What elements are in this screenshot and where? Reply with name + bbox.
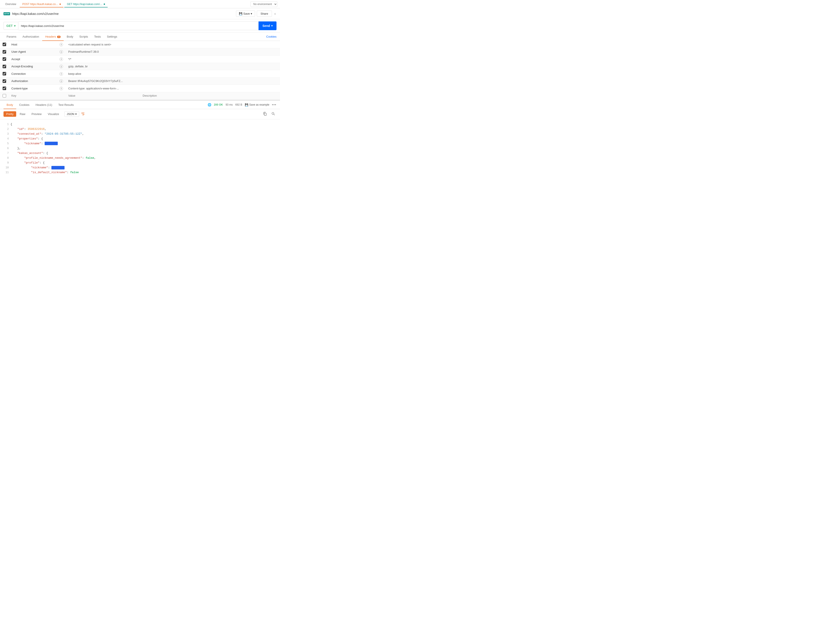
tab-scripts[interactable]: Scripts <box>76 33 91 41</box>
header-key-content-type: Content-type <box>9 85 57 92</box>
info-icon-accept[interactable]: ℹ <box>59 57 63 61</box>
cookies-link[interactable]: Cookies <box>266 35 276 38</box>
url-bar-section: HTTP https://kapi.kakao.com/v2/user/me 💾… <box>0 8 280 19</box>
header-row-accept: Accept ℹ */* <box>0 55 280 63</box>
tab-headers[interactable]: Headers 9 <box>42 33 64 41</box>
svg-rect-0 <box>264 113 266 116</box>
save-example-icon: 💾 <box>245 103 248 106</box>
url-input[interactable] <box>18 21 258 30</box>
copy-button[interactable] <box>261 111 268 118</box>
header-key-authorization: Authorization <box>9 77 57 85</box>
tab-settings[interactable]: Settings <box>104 33 120 41</box>
tab-body[interactable]: Body <box>64 33 76 41</box>
info-icon-authorization[interactable]: ℹ <box>59 79 63 83</box>
json-line-7: 7 "kakao_account": { <box>3 151 276 156</box>
res-tab-test-results[interactable]: Test Results <box>55 101 77 109</box>
method-select[interactable]: GET ▾ <box>3 22 18 30</box>
header-desc-authorization <box>140 77 280 85</box>
format-chevron-icon: ▾ <box>75 113 77 116</box>
header-checkbox-connection[interactable] <box>3 72 6 75</box>
json-line-5: 5 "nickname": <box>3 141 276 146</box>
json-line-8: 8 "profile_nickname_needs_agreement": fa… <box>3 156 276 160</box>
format-select[interactable]: JSON ▾ <box>64 111 79 117</box>
tab-overview[interactable]: Overview <box>3 1 19 7</box>
info-icon-useragent[interactable]: ℹ <box>59 50 63 54</box>
header-row-content-type: Content-type ℹ Content-type: application… <box>0 85 280 92</box>
environment-select[interactable]: No environment <box>250 1 277 7</box>
res-tab-cookies[interactable]: Cookies <box>16 101 33 109</box>
header-value-connection: keep-alive <box>65 70 140 78</box>
header-checkbox-accept[interactable] <box>3 57 6 61</box>
save-button[interactable]: 💾 Save ▾ <box>236 10 255 17</box>
redacted-value-1 <box>45 142 58 145</box>
request-tabs: Params Authorization Headers 9 Body Scri… <box>0 33 280 41</box>
save-example-button[interactable]: 💾 Save as example <box>245 103 269 106</box>
header-key-connection: Connection <box>9 70 57 78</box>
info-icon-accept-encoding[interactable]: ℹ <box>59 65 63 68</box>
globe-icon: 🌐 <box>208 103 211 106</box>
search-button[interactable] <box>270 111 276 118</box>
tab-get-kapi[interactable]: GET https://kapi.kakao.com/... <box>64 1 108 7</box>
tab-post-kauth[interactable]: POST https://kauth.kakao.co... <box>20 1 64 7</box>
url-display: https://kapi.kakao.com/v2/user/me <box>12 12 234 16</box>
view-tab-preview[interactable]: Preview <box>29 111 44 117</box>
header-key-host: Host <box>9 41 57 48</box>
tab-dot-orange <box>59 3 61 5</box>
info-icon-content-type[interactable]: ℹ <box>59 87 63 90</box>
header-desc-content-type <box>140 85 280 92</box>
tab-authorization[interactable]: Authorization <box>20 33 42 41</box>
response-time: 93 ms <box>226 103 233 106</box>
more-options-button[interactable]: ••• <box>272 103 276 106</box>
new-header-key-input[interactable] <box>11 94 54 97</box>
header-key-accept: Accept <box>9 55 57 63</box>
header-desc-accept <box>140 55 280 63</box>
search-icon <box>271 112 275 116</box>
info-icon-connection[interactable]: ℹ <box>59 72 63 76</box>
view-tab-pretty[interactable]: Pretty <box>3 111 16 117</box>
header-checkbox-useragent[interactable] <box>3 50 6 54</box>
header-value-authorization: Bearer tR4u4vp57GC9Kr2Q03VY7y5uFZ... <box>65 77 140 85</box>
header-checkbox-host[interactable] <box>3 42 6 46</box>
headers-scroll[interactable]: Host ℹ <calculated when request is sent>… <box>0 41 280 100</box>
header-row-accept-encoding: Accept-Encoding ℹ gzip, deflate, br <box>0 63 280 70</box>
view-tab-visualize[interactable]: Visualize <box>45 111 62 117</box>
tab-params[interactable]: Params <box>3 33 20 41</box>
response-size: 692 B <box>235 103 242 106</box>
header-checkbox-authorization[interactable] <box>3 79 6 83</box>
request-line: GET ▾ Send ▾ <box>0 19 280 33</box>
send-button[interactable]: Send ▾ <box>258 21 276 30</box>
header-value-content-type: Content-type: application/x-www-form-... <box>65 85 140 92</box>
json-line-1: 1 { <box>3 122 276 127</box>
header-key-useragent: User-Agent <box>9 48 57 55</box>
response-tabs-bar: Body Cookies Headers (11) Test Results 🌐… <box>0 101 280 109</box>
header-value-accept: */* <box>65 55 140 63</box>
save-chevron-icon: ▾ <box>251 12 252 15</box>
tab-tests[interactable]: Tests <box>91 33 104 41</box>
view-tab-raw[interactable]: Raw <box>17 111 28 117</box>
header-checkbox-new[interactable] <box>3 94 6 98</box>
header-desc-connection <box>140 70 280 78</box>
json-line-6: 6 }, <box>3 146 276 151</box>
svg-point-1 <box>272 113 274 114</box>
json-line-11: 11 "is_default_nickname": false <box>3 170 276 175</box>
header-row-useragent: User-Agent ℹ PostmanRuntime/7.39.0 <box>0 48 280 55</box>
header-value-accept-encoding: gzip, deflate, br <box>65 63 140 70</box>
header-desc-accept-encoding <box>140 63 280 70</box>
header-row-host: Host ℹ <calculated when request is sent> <box>0 41 280 48</box>
json-line-4: 4 "properties": { <box>3 136 276 141</box>
header-checkbox-accept-encoding[interactable] <box>3 65 6 68</box>
header-value-host: <calculated when request is sent> <box>65 41 140 48</box>
new-header-value-input[interactable] <box>68 94 137 97</box>
info-icon-host[interactable]: ℹ <box>59 43 63 46</box>
collapse-button[interactable]: ‹ <box>274 11 276 16</box>
wrap-icon <box>81 112 85 116</box>
header-checkbox-content-type[interactable] <box>3 86 6 90</box>
json-line-9: 9 "profile": { <box>3 160 276 165</box>
res-tab-body[interactable]: Body <box>3 101 16 109</box>
res-tab-headers[interactable]: Headers (11) <box>33 101 56 109</box>
top-tab-bar: Overview POST https://kauth.kakao.co... … <box>0 0 280 8</box>
share-button[interactable]: Share <box>257 10 272 17</box>
wrap-button[interactable] <box>81 112 85 116</box>
body-view-bar: Pretty Raw Preview Visualize JSON ▾ <box>0 109 280 119</box>
new-header-desc-input[interactable] <box>143 94 277 97</box>
